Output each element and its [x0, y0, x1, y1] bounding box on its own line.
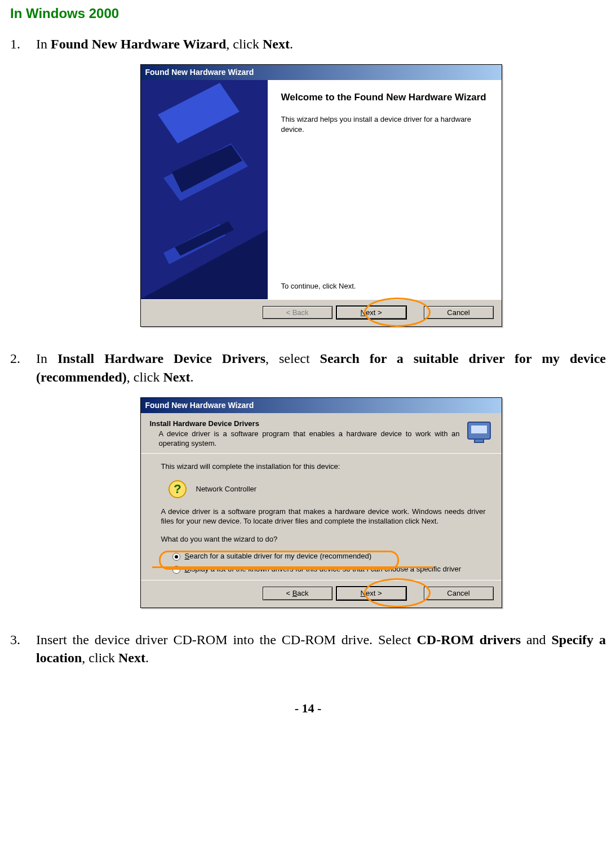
radio-option-display-list[interactable]: Display a list of the known drivers for …	[172, 565, 486, 574]
dialog2-prompt: What do you want the wizard to do?	[161, 534, 486, 544]
section-heading: In Windows 2000	[10, 6, 606, 21]
step1-bold1: Found New Hardware Wizard	[51, 37, 226, 51]
found-new-hardware-wizard-welcome-dialog: Found New Hardware Wizard	[140, 64, 502, 327]
dialog2-header-text: Install Hardware Device Drivers A device…	[150, 419, 460, 449]
radio-group: Search for a suitable driver for my devi…	[172, 552, 486, 574]
device-icon	[466, 419, 493, 446]
next-button-accel: N	[361, 308, 366, 317]
radio2-accel: D	[185, 565, 190, 573]
step-2: In Install Hardware Device Drivers, sele…	[36, 349, 606, 608]
step-3: Insert the device driver CD-ROM into the…	[36, 631, 606, 667]
radio-dot-display	[172, 566, 180, 574]
step1-bold2: Next	[263, 37, 290, 51]
step3-mid1: and	[521, 632, 551, 647]
step2-mid1: , select	[265, 351, 320, 366]
steps-list: In Found New Hardware Wizard, click Next…	[10, 35, 606, 667]
dialog1-sidebar-graphic	[141, 80, 268, 299]
step3-text: Insert the device driver CD-ROM into the…	[36, 632, 606, 665]
radio-option-search[interactable]: Search for a suitable driver for my devi…	[172, 552, 486, 561]
step3-suffix: .	[145, 650, 149, 665]
step-1: In Found New Hardware Wizard, click Next…	[36, 35, 606, 327]
radio1-accel: S	[185, 552, 190, 560]
dialog1-wrap: Found New Hardware Wizard	[36, 64, 606, 327]
radio1-rest: earch for a suitable driver for my devic…	[189, 552, 371, 560]
dialog1-welcome-info: This wizard helps you install a device d…	[281, 114, 488, 134]
dialog2-header-title: Install Hardware Device Drivers	[150, 419, 259, 428]
back-prefix: <	[286, 589, 292, 597]
step1-mid: , click	[226, 37, 263, 51]
step2-text: In Install Hardware Device Drivers, sele…	[36, 351, 606, 384]
cancel-button[interactable]: Cancel	[424, 587, 494, 600]
svg-rect-9	[475, 439, 484, 442]
step1-text: In Found New Hardware Wizard, click Next…	[36, 37, 293, 51]
step2-suffix: .	[190, 370, 193, 384]
dialog2-button-row: < Back Next > Cancel	[141, 580, 502, 608]
next-accel: N	[361, 589, 366, 597]
radio-dot-search	[172, 553, 180, 561]
radio2-rest: isplay a list of the known drivers for t…	[190, 565, 461, 573]
svg-text:?: ?	[174, 482, 181, 496]
back-rest: ack	[297, 589, 308, 597]
dialog1-welcome-title: Welcome to the Found New Hardware Wizard	[281, 91, 488, 104]
next-button[interactable]: Next >	[336, 305, 407, 320]
dialog2-content: This wizard will complete the installati…	[141, 454, 502, 580]
dialog2-wrap: Found New Hardware Wizard Install Hardwa…	[36, 397, 606, 608]
svg-rect-8	[471, 426, 487, 433]
step3-bold1: CD-ROM drivers	[416, 632, 521, 647]
next-button[interactable]: Next >	[336, 586, 407, 601]
dialog1-body: Welcome to the Found New Hardware Wizard…	[141, 80, 502, 326]
device-row: ? Network Controller	[168, 480, 486, 499]
dialog1-button-row: < Back Next > Cancel	[141, 299, 502, 327]
dialog2-titlebar: Found New Hardware Wizard	[141, 398, 502, 413]
dialog1-content: Welcome to the Found New Hardware Wizard…	[268, 80, 502, 299]
step3-prefix: Insert the device driver CD-ROM into the…	[36, 632, 416, 647]
install-hardware-device-drivers-dialog: Found New Hardware Wizard Install Hardwa…	[140, 397, 502, 608]
back-button: < Back	[263, 306, 333, 320]
back-button[interactable]: < Back	[263, 587, 333, 600]
step2-bold3: Next	[163, 370, 190, 384]
radio-label-display: Display a list of the known drivers for …	[185, 565, 462, 574]
next-rest: ext >	[366, 589, 382, 597]
step1-prefix: In	[36, 37, 51, 51]
dialog1-continue-text: To continue, click Next.	[281, 281, 488, 291]
page-number: - 14 -	[10, 701, 606, 716]
dialog2-header-sub: A device driver is a software program th…	[159, 429, 460, 449]
cancel-button[interactable]: Cancel	[424, 306, 494, 320]
step2-mid2: , click	[127, 370, 163, 384]
step3-mid2: , click	[82, 650, 118, 665]
next-button-rest: ext >	[366, 308, 382, 317]
question-icon: ?	[168, 480, 187, 499]
dialog1-split: Welcome to the Found New Hardware Wizard…	[141, 80, 502, 299]
dialog2-line1: This wizard will complete the installati…	[161, 462, 486, 472]
radio-label-search: Search for a suitable driver for my devi…	[185, 552, 372, 561]
dialog2-line2: A device driver is a software program th…	[161, 507, 486, 526]
dialog2-header: Install Hardware Device Drivers A device…	[141, 413, 502, 454]
device-name: Network Controller	[196, 484, 257, 494]
step2-bold1: Install Hardware Device Drivers	[57, 351, 265, 366]
dialog2-body: Install Hardware Device Drivers A device…	[141, 413, 502, 608]
step3-bold3: Next	[118, 650, 145, 665]
dialog1-titlebar: Found New Hardware Wizard	[141, 65, 502, 80]
step1-suffix: .	[290, 37, 293, 51]
step2-prefix: In	[36, 351, 57, 366]
